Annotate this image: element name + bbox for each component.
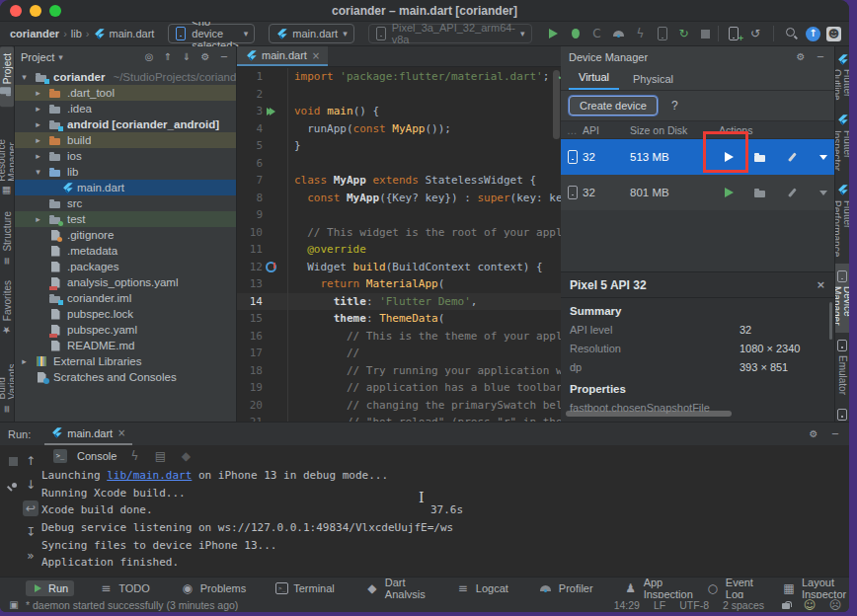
run-icon[interactable] (721, 149, 737, 165)
tree-item[interactable]: ▸.idea (15, 101, 236, 116)
edit-icon[interactable] (784, 185, 800, 200)
tree-item[interactable]: ▸test (15, 211, 236, 227)
device-row[interactable]: 32513 MB (561, 139, 834, 175)
profiler-icon[interactable] (538, 580, 554, 596)
bolt-icon[interactable]: ϟ (633, 26, 649, 41)
code-line[interactable]: 18 // Try running your application with (237, 362, 561, 380)
code-line[interactable]: 17 // (237, 345, 561, 362)
sidebar-item-structure[interactable]: ≡Structure (0, 204, 14, 274)
sidebar-item-favorites[interactable]: ★Favorites (0, 273, 14, 344)
code-area[interactable]: 1import 'package:flutter/material.dart';… (237, 67, 561, 422)
indent-indicator[interactable]: 2 spaces (723, 599, 764, 611)
sidebar-item-flutter-outline[interactable]: Flutter Outline (834, 46, 849, 108)
toolwindow-button-run[interactable]: Run (26, 580, 74, 596)
close-icon[interactable]: × (312, 50, 320, 61)
horizontal-scrollbar[interactable] (566, 411, 732, 417)
tree-toggle-icon[interactable]: ▸ (33, 88, 43, 98)
sync-icon[interactable]: ↺ (747, 26, 763, 41)
collapse-icon[interactable]: ⇑ (162, 51, 174, 63)
code-line[interactable]: 2 (237, 86, 561, 104)
avd-dropdown[interactable]: Pixel_3a_API_32_arm64-v8a ▾ (368, 24, 532, 43)
device-manager-icon[interactable]: + (726, 26, 741, 41)
breadcrumb-project[interactable]: coriander (10, 28, 59, 39)
toolwindow-button-profiler[interactable]: Profiler (532, 578, 599, 598)
tree-item[interactable]: Scratches and Consoles (15, 369, 236, 385)
override-gutter-icon[interactable] (263, 261, 278, 272)
softwrap-icon[interactable]: ↩ (23, 500, 39, 516)
tree-item[interactable]: main.dart (15, 180, 236, 195)
tree-item[interactable]: ▸.dart_tool (15, 85, 236, 101)
tree-item[interactable]: ▸External Libraries (15, 353, 236, 369)
pin-icon[interactable] (5, 477, 21, 493)
tree-item[interactable]: README.md (15, 338, 236, 353)
code-line[interactable]: 6 (237, 155, 561, 173)
breadcrumb-lib[interactable]: lib (71, 28, 82, 39)
debug-icon[interactable] (568, 26, 584, 41)
run-config-dropdown[interactable]: main.dart ▾ (269, 24, 353, 43)
sidebar-item-emulator[interactable]: Emulator (835, 333, 849, 402)
tree-item[interactable]: pubspec.lock (15, 306, 236, 322)
sidebar-item-resource-manager[interactable]: ▦Resource Manager (0, 107, 15, 204)
stop-icon[interactable] (698, 26, 714, 41)
minus-icon[interactable]: − (218, 51, 230, 63)
run-gutter-icon[interactable] (265, 106, 276, 117)
breadcrumb-file[interactable]: main.dart (110, 28, 155, 39)
tree-item[interactable]: .gitignore (15, 227, 236, 243)
tab-physical[interactable]: Physical (623, 69, 683, 90)
sidebar-item-device-manager[interactable]: Device Manager (834, 264, 849, 332)
tree-toggle-icon[interactable]: ▸ (33, 119, 43, 129)
code-line[interactable]: 8 const MyApp({Key? key}) : super(key: k… (237, 190, 561, 207)
column-actions[interactable]: Actions (719, 124, 828, 136)
run-icon[interactable] (721, 185, 737, 200)
stop-icon[interactable] (5, 453, 21, 469)
gear-icon[interactable]: ⚙ (808, 428, 819, 440)
tree-item[interactable]: analysis_options.yaml (15, 274, 236, 290)
update-icon[interactable]: ↑ (806, 27, 820, 41)
toolwindow-button-problems[interactable]: ◉Problems (174, 578, 252, 598)
column-api[interactable]: API (583, 124, 630, 136)
code-line[interactable]: 3void main() { (237, 103, 561, 120)
folder-open-icon[interactable] (752, 185, 768, 200)
code-line[interactable]: 15 theme: ThemeData( (237, 310, 561, 328)
code-line[interactable]: 13 return MaterialApp( (237, 275, 561, 293)
restore-icon[interactable]: ▤ (152, 448, 168, 464)
folder-open-icon[interactable] (752, 149, 768, 165)
column-type[interactable]: … (567, 124, 583, 136)
run-icon[interactable] (546, 26, 562, 41)
minimize-icon[interactable]: − (829, 428, 841, 440)
tree-toggle-icon[interactable]: ▸ (19, 356, 30, 366)
device-selector-dropdown[interactable]: <no device selected> ▾ (168, 24, 255, 43)
avatar-icon[interactable]: ☻ (826, 27, 841, 41)
editor-tab-main-dart[interactable]: main.dart × (237, 46, 328, 66)
close-icon[interactable]: × (117, 427, 125, 438)
sidebar-item-build-variants[interactable]: ≡Build Variants (0, 345, 15, 423)
up-icon[interactable]: ↑ (23, 453, 39, 469)
code-line[interactable]: 1import 'package:flutter/material.dart';… (237, 68, 561, 86)
hot-restart-icon[interactable]: ↻ (676, 26, 692, 41)
sidebar-item-flutter-inspector[interactable]: Flutter Inspector (834, 108, 849, 178)
column-size[interactable]: Size on Disk (630, 124, 719, 136)
vertical-scrollbar[interactable] (829, 302, 832, 340)
sidebar-item-flutter-performance[interactable]: Flutter Performance (834, 178, 849, 264)
tool-window-switcher-icon[interactable]: ▣ (8, 599, 20, 611)
tree-item[interactable]: .packages (15, 259, 236, 274)
profiler-icon[interactable] (611, 26, 627, 41)
tree-toggle-icon[interactable]: ▸ (33, 214, 43, 224)
code-line[interactable]: 11 @override (237, 241, 561, 259)
tree-toggle-icon[interactable]: ▾ (33, 167, 43, 177)
tree-item[interactable]: ▸android [coriander_android] (15, 116, 236, 132)
tree-item[interactable]: ▾lib (15, 164, 236, 180)
tree-item[interactable]: coriander.iml (15, 290, 236, 306)
bolt-dim-icon[interactable]: ϟ (126, 448, 142, 464)
encoding-indicator[interactable]: UTF-8 (679, 599, 709, 611)
coverage-icon[interactable]: C (589, 26, 605, 41)
toolwindow-button-terminal[interactable]: >_Terminal (270, 580, 341, 596)
tab-virtual[interactable]: Virtual (569, 67, 619, 90)
tree-item[interactable]: src (15, 195, 236, 211)
code-line[interactable]: 10 // This widget is the root of your ap… (237, 224, 561, 242)
lock-icon[interactable] (778, 599, 790, 611)
sidebar-item-device-file-explorer[interactable]: Device File Explorer (834, 402, 849, 422)
code-line[interactable]: 16 // This is the theme of your applicat (237, 328, 561, 346)
tree-toggle-icon[interactable]: ▾ (19, 72, 30, 82)
phone-icon[interactable] (567, 187, 579, 198)
